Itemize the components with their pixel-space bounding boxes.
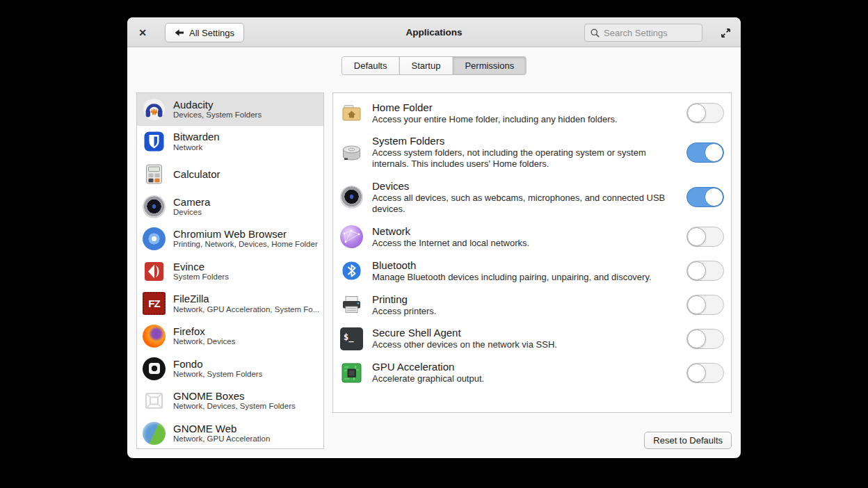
reset-to-defaults-button[interactable]: Reset to Defaults: [644, 432, 732, 449]
permission-name: System Folders: [372, 135, 675, 147]
app-name: GNOME Boxes: [173, 390, 296, 402]
app-name: Fondo: [173, 358, 262, 370]
camera-lens-icon: [340, 186, 363, 209]
toggle-knob: [705, 143, 723, 162]
permission-row-secure-shell-agent: Secure Shell Agent Access other devices …: [340, 322, 724, 356]
app-list: Audacity Devices, System Folders Bitward…: [136, 92, 324, 449]
toggle-knob: [687, 330, 706, 348]
app-name: Camera: [173, 196, 210, 208]
bitwarden-icon: [143, 130, 166, 153]
search-placeholder: Search Settings: [604, 28, 668, 38]
sidebar-item-chromium[interactable]: Chromium Web Browser Printing, Network, …: [137, 222, 323, 255]
permission-name: Printing: [372, 293, 675, 306]
app-name: Firefox: [173, 325, 235, 337]
permission-description: Access your entire Home folder, includin…: [372, 114, 675, 125]
toggle-knob: [687, 261, 706, 280]
sidebar-item-fondo[interactable]: Fondo Network, System Folders: [137, 352, 323, 385]
settings-window: ✕ All Settings Applications Search Setti…: [127, 17, 741, 458]
gpu-chip-icon: [340, 361, 363, 384]
sidebar-item-filezilla[interactable]: FileZilla Network, GPU Acceleration, Sys…: [137, 288, 323, 320]
bluetooth-toggle[interactable]: [686, 261, 724, 281]
sidebar-item-audacity[interactable]: Audacity Devices, System Folders: [137, 93, 323, 126]
bluetooth-icon: [340, 259, 363, 282]
all-settings-label: All Settings: [189, 28, 234, 38]
gpu-acceleration-toggle[interactable]: [686, 363, 724, 383]
fondo-icon: [143, 357, 166, 380]
terminal-icon: [340, 327, 363, 350]
permissions-panel: Home Folder Access your entire Home fold…: [332, 92, 732, 413]
tab-permissions-label: Permissions: [465, 60, 514, 71]
tab-startup-label: Startup: [411, 60, 440, 71]
permission-name: Home Folder: [372, 101, 675, 114]
app-name: Bitwarden: [173, 131, 220, 143]
search-input[interactable]: Search Settings: [584, 24, 702, 42]
header-bar: ✕ All Settings Applications Search Setti…: [127, 17, 741, 47]
app-name: Chromium Web Browser: [173, 228, 318, 240]
view-switcher: Defaults Startup Permissions: [341, 56, 527, 75]
sidebar-item-gnome-boxes[interactable]: GNOME Boxes Network, Devices, System Fol…: [137, 384, 323, 417]
network-icon: [340, 225, 363, 248]
permission-name: GPU Acceleration: [372, 361, 675, 373]
tab-defaults[interactable]: Defaults: [341, 56, 400, 75]
system-folders-toggle[interactable]: [686, 143, 724, 163]
permission-row-system-folders: System Folders Access system folders, no…: [340, 130, 724, 175]
app-name: Evince: [173, 261, 229, 273]
home-folder-toggle[interactable]: [686, 103, 724, 123]
evince-icon: [143, 260, 166, 283]
expand-icon[interactable]: [719, 26, 732, 39]
permission-row-printing: Printing Access printers.: [340, 288, 724, 322]
permission-row-gpu-acceleration: GPU Acceleration Accelerate graphical ou…: [340, 356, 724, 390]
gnome-boxes-icon: [143, 389, 166, 412]
filezilla-icon: [143, 292, 166, 315]
tab-permissions[interactable]: Permissions: [452, 56, 527, 75]
app-name: GNOME Web: [173, 423, 270, 434]
back-arrow-icon: [175, 29, 184, 37]
permission-description: Access other devices on the network via …: [372, 339, 675, 350]
permission-row-devices: Devices Access all devices, such as webc…: [340, 175, 724, 220]
sidebar-item-firefox[interactable]: Firefox Network, Devices: [137, 320, 323, 352]
chromium-icon: [143, 227, 166, 250]
printing-toggle[interactable]: [686, 295, 724, 315]
permission-name: Network: [372, 225, 675, 238]
sidebar-item-calculator[interactable]: Calculator: [137, 158, 323, 190]
app-permissions-summary: Network: [173, 143, 220, 153]
app-permissions-summary: Printing, Network, Devices, Home Folder: [173, 240, 318, 250]
all-settings-button[interactable]: All Settings: [165, 23, 244, 42]
toggle-knob: [705, 188, 723, 206]
app-permissions-summary: Network, GPU Acceleration, System Fo...: [173, 305, 319, 315]
printer-icon: [340, 293, 363, 316]
search-icon: [590, 29, 600, 38]
permission-description: Access all devices, such as webcams, mic…: [372, 193, 675, 215]
permission-row-network: Network Access the Internet and local ne…: [340, 220, 724, 254]
gnome-web-icon: [143, 422, 166, 445]
tab-defaults-label: Defaults: [354, 60, 387, 71]
audacity-icon: [143, 98, 166, 121]
calculator-icon: [143, 163, 166, 186]
sidebar-item-gnome-web[interactable]: GNOME Web Network, GPU Acceleration: [137, 417, 323, 449]
permission-name: Bluetooth: [372, 259, 675, 272]
secure-shell-agent-toggle[interactable]: [686, 329, 724, 349]
sidebar-item-bitwarden[interactable]: Bitwarden Network: [137, 126, 323, 158]
app-permissions-summary: Devices: [173, 208, 210, 218]
sidebar-item-evince[interactable]: Evince System Folders: [137, 255, 323, 288]
permission-name: Devices: [372, 180, 675, 193]
hard-disk-icon: [340, 141, 363, 164]
toggle-knob: [687, 104, 706, 122]
camera-icon: [143, 195, 166, 218]
app-permissions-summary: Network, GPU Acceleration: [173, 434, 270, 444]
tab-startup[interactable]: Startup: [399, 56, 453, 75]
permission-row-home-folder: Home Folder Access your entire Home fold…: [340, 96, 724, 130]
home-folder-icon: [340, 101, 363, 124]
permission-description: Access system folders, not including the…: [372, 147, 675, 170]
close-button[interactable]: ✕: [136, 26, 150, 40]
permission-description: Access printers.: [372, 306, 675, 317]
firefox-icon: [143, 325, 166, 348]
toggle-knob: [687, 295, 706, 314]
permission-row-bluetooth: Bluetooth Manage Bluetooth devices inclu…: [340, 254, 724, 288]
devices-toggle[interactable]: [686, 187, 724, 207]
network-toggle[interactable]: [686, 227, 724, 247]
permission-name: Secure Shell Agent: [372, 327, 675, 339]
permission-description: Manage Bluetooth devices including pairi…: [372, 272, 675, 283]
permission-description: Accelerate graphical output.: [372, 373, 675, 384]
sidebar-item-camera[interactable]: Camera Devices: [137, 190, 323, 223]
